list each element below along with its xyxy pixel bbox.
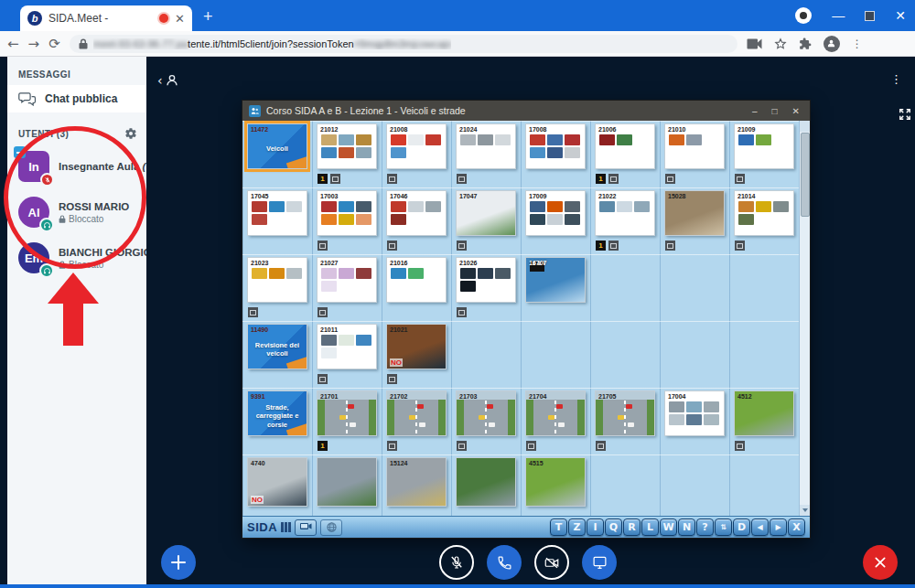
public-chat-item[interactable]: Chat pubblica — [7, 85, 146, 112]
toolbar-button-▶[interactable]: ▶ — [770, 519, 787, 536]
forward-button[interactable]: → — [28, 36, 40, 52]
slide-thumbnail-21021[interactable]: NO21021 — [386, 324, 447, 369]
slide-thumbnail-21006[interactable]: 21006 — [595, 123, 655, 169]
slide-thumbnail-17047[interactable]: 17047 — [456, 190, 516, 236]
course-maximize-button[interactable]: □ — [772, 106, 778, 116]
slide-thumbnail-11472[interactable]: Veicoli11472 — [247, 123, 307, 169]
scrollbar-down-icon[interactable] — [800, 505, 810, 516]
slide-thumbnail-17009[interactable]: 17009 — [525, 190, 586, 236]
slide-thumbnail-21024[interactable]: 21024 — [456, 123, 516, 169]
mute-microphone-button[interactable] — [439, 545, 474, 580]
toolbar-button-I[interactable]: I — [587, 519, 604, 536]
toolbar-button-R[interactable]: R — [623, 519, 640, 536]
profile-avatar-icon[interactable] — [824, 36, 840, 52]
scrollbar-thumb[interactable] — [801, 133, 810, 217]
slide-thumbnail-21701[interactable]: 21701 — [317, 390, 377, 436]
projector-screen-button[interactable] — [295, 519, 317, 536]
extensions-puzzle-icon[interactable] — [799, 37, 812, 50]
slide-thumbnail-21027[interactable]: 21027 — [317, 257, 377, 303]
reload-button[interactable]: ⟳ — [48, 36, 60, 52]
address-bar[interactable]: meet-93-63-96-77.patente.it/html5client/… — [70, 35, 737, 53]
globe-button[interactable] — [320, 519, 342, 536]
slide-thumbnail-21012[interactable]: 21012 — [317, 123, 377, 169]
toolbar-button-D[interactable]: D — [733, 519, 750, 536]
slide-cell: 17047 — [451, 187, 521, 254]
videocam-icon[interactable] — [747, 38, 762, 49]
slide-thumbnail-15028[interactable]: 15028 — [664, 190, 725, 236]
slide-thumbnail-4515[interactable]: 4515 — [525, 457, 586, 507]
slide-thumbnail-21026[interactable]: 21026 — [456, 257, 516, 303]
slide-thumbnail-17046[interactable]: 17046 — [386, 190, 447, 236]
slide-thumbnail-21014[interactable]: 21014 — [734, 190, 794, 236]
slide-thumbnail-17045[interactable]: 17045 — [247, 190, 307, 236]
toolbar-button-◀[interactable]: ◀ — [751, 519, 769, 536]
slide-thumbnail-11490[interactable]: Revisione dei veicoli11490 — [247, 324, 307, 369]
options-kebab-icon[interactable]: ⋮ — [890, 77, 895, 81]
screen-share-button[interactable] — [582, 545, 617, 580]
toolbar-button-T[interactable]: T — [550, 519, 567, 536]
scrollbar[interactable] — [799, 121, 810, 516]
toolbar-button-X[interactable]: X — [788, 519, 805, 536]
slide-thumbnail-21703[interactable]: 21703 — [456, 390, 516, 436]
course-minimize-button[interactable]: – — [752, 106, 758, 116]
browser-menu-kebab-icon[interactable]: ⋮ — [852, 42, 856, 46]
toggle-user-list-button[interactable]: ‹ — [157, 73, 179, 88]
browser-minimize-button[interactable]: — — [832, 9, 845, 22]
toolbar-button-N[interactable]: N — [678, 519, 695, 536]
slide-thumbnail[interactable] — [456, 457, 516, 507]
browser-tab[interactable]: b SIDA.Meet - ✕ — [20, 5, 192, 31]
browser-close-button[interactable]: ✕ — [895, 9, 906, 22]
slide-thumbnail-4512[interactable]: 4512 — [734, 390, 794, 436]
slide-badge — [665, 241, 675, 251]
user-list-item[interactable]: InInsegnante Aula (Tu) — [7, 144, 146, 189]
tab-close-icon[interactable]: ✕ — [175, 13, 185, 25]
new-tab-button[interactable]: + — [203, 7, 213, 27]
toolbar-button-Z[interactable]: Z — [568, 519, 586, 536]
slide-thumbnail-21008[interactable]: 21008 — [386, 123, 447, 169]
url-blurred-suffix: =9mqp8m3mjcowcajo — [354, 38, 452, 49]
mic-muted-icon — [448, 554, 465, 571]
slide-thumbnail-15124[interactable]: 15124 — [386, 457, 447, 507]
toolbar-button-?[interactable]: ? — [696, 519, 714, 536]
slide-badge — [608, 241, 619, 251]
fullscreen-icon[interactable] — [899, 108, 911, 121]
audio-phone-button[interactable] — [487, 545, 522, 580]
browser-maximize-button[interactable] — [865, 11, 875, 21]
add-content-button[interactable] — [161, 545, 196, 580]
slide-thumbnail-21704[interactable]: 21704 — [525, 390, 586, 436]
slide-thumbnail-21702[interactable]: 21702 — [386, 390, 447, 436]
slide-thumbnail-16707[interactable]: 16707 — [525, 257, 586, 303]
toolbar-button-W[interactable]: W — [660, 519, 677, 536]
users-settings-gear-icon[interactable] — [124, 127, 137, 140]
slide-thumbnail-17003[interactable]: 17003 — [317, 190, 377, 236]
user-name: BIANCHI GIORGIO — [59, 247, 152, 258]
slide-thumbnail[interactable] — [317, 457, 377, 507]
user-list-item[interactable]: EmBIANCHI GIORGIOBloccato — [7, 235, 146, 281]
slide-thumbnail-21011[interactable]: 21011 — [317, 324, 377, 369]
back-button[interactable]: ← — [7, 36, 19, 52]
slide-thumbnail-21022[interactable]: 21022 — [595, 190, 655, 236]
slide-cell: 21703 — [451, 388, 521, 454]
leave-meeting-button[interactable] — [863, 545, 898, 580]
course-window-titlebar[interactable]: Corso SIDA A e B - Lezione 1 - Veicoli e… — [242, 101, 810, 121]
slide-thumbnail-21016[interactable]: 21016 — [386, 257, 447, 303]
toolbar-button-⇅[interactable]: ⇅ — [715, 519, 732, 536]
slide-cell: 21008 — [382, 121, 451, 187]
slide-thumbnail-21009[interactable]: 21009 — [734, 123, 794, 169]
course-window-title: Corso SIDA A e B - Lezione 1 - Veicoli e… — [266, 105, 747, 116]
media-control-icon[interactable] — [795, 7, 812, 24]
slide-thumbnail-21010[interactable]: 21010 — [664, 123, 725, 169]
slide-thumbnail-21705[interactable]: 21705 — [595, 390, 655, 436]
slide-thumbnail-21023[interactable]: 21023 — [247, 257, 307, 303]
toolbar-button-L[interactable]: L — [641, 519, 659, 536]
slide-thumbnail-9391[interactable]: Strade, carreggiate e corsie9391 — [247, 390, 307, 436]
slide-thumbnail-4740[interactable]: NO4740 — [247, 457, 307, 507]
scrollbar-up-icon[interactable] — [800, 121, 810, 132]
course-close-button[interactable]: ✕ — [792, 106, 800, 116]
star-icon[interactable] — [774, 37, 787, 50]
slide-thumbnail-17004[interactable]: 17004 — [664, 390, 725, 436]
webcam-button[interactable] — [534, 545, 569, 580]
user-list-item[interactable]: AlROSSI MARIOBloccato — [7, 189, 146, 235]
toolbar-button-Q[interactable]: Q — [605, 519, 622, 536]
slide-thumbnail-17008[interactable]: 17008 — [525, 123, 586, 169]
